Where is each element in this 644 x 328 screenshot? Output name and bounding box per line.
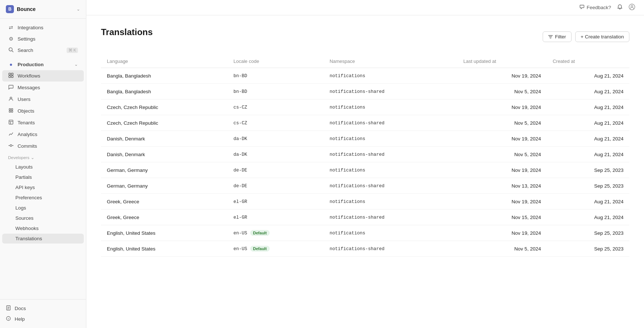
app-name: Bounce xyxy=(17,6,35,12)
svg-rect-9 xyxy=(9,111,11,112)
preferences-label: Preferences xyxy=(15,195,42,200)
table-row[interactable]: Danish, Denmarkda-DKnotifications-shared… xyxy=(101,147,629,162)
sidebar-item-docs[interactable]: Docs xyxy=(6,303,80,314)
search-icon xyxy=(8,47,14,53)
sidebar-item-help[interactable]: ? Help xyxy=(6,314,80,324)
feedback-button[interactable]: Feedback? xyxy=(579,4,611,11)
cell-created-at: Aug 21, 2024 xyxy=(547,84,629,99)
cell-language: German, Germany xyxy=(101,162,228,178)
cell-namespace: notifications-shared xyxy=(324,115,458,131)
cell-locale-code: en-USDefault xyxy=(228,241,324,257)
sidebar-item-commits[interactable]: Commits xyxy=(2,140,84,152)
user-button[interactable] xyxy=(629,4,635,11)
settings-icon: ⚙ xyxy=(8,36,14,42)
users-icon xyxy=(8,96,14,102)
cell-namespace: notifications xyxy=(324,162,458,178)
main-content: Feedback? Translations Filter + Create t… xyxy=(86,0,644,328)
cell-locale-code: en-USDefault xyxy=(228,225,324,241)
cell-last-updated: Nov 5, 2024 xyxy=(457,147,547,162)
notification-button[interactable] xyxy=(617,4,623,11)
cell-last-updated: Nov 19, 2024 xyxy=(457,99,547,115)
sidebar-item-sources[interactable]: Sources xyxy=(2,213,84,223)
col-namespace: Namespace xyxy=(324,55,458,68)
developers-chevron-icon: ⌄ xyxy=(31,155,34,160)
sidebar-item-label: Users xyxy=(18,97,30,102)
sidebar-item-integrations[interactable]: ⇄ Integrations xyxy=(2,22,84,33)
sidebar-item-users[interactable]: Users xyxy=(2,94,84,105)
sidebar-item-workflows[interactable]: Workflows xyxy=(2,70,84,82)
create-translation-label: + Create translation xyxy=(581,34,624,39)
svg-rect-10 xyxy=(11,111,13,112)
sources-label: Sources xyxy=(15,215,34,221)
col-language: Language xyxy=(101,55,228,68)
sidebar-item-label: Workflows xyxy=(18,73,40,79)
logs-label: Logs xyxy=(15,205,26,211)
sidebar-item-preferences[interactable]: Preferences xyxy=(2,193,84,203)
cell-namespace: notifications xyxy=(324,99,458,115)
table-row[interactable]: German, Germanyde-DEnotificationsNov 19,… xyxy=(101,162,629,178)
layouts-label: Layouts xyxy=(15,164,33,170)
sidebar-item-objects[interactable]: Objects xyxy=(2,105,84,117)
sidebar-env-production[interactable]: ● Production ⌄ xyxy=(2,59,84,70)
sidebar-item-logs[interactable]: Logs xyxy=(2,203,84,213)
cell-locale-code: el-GR xyxy=(228,194,324,210)
table-row[interactable]: Greek, Greeceel-GRnotifications-sharedNo… xyxy=(101,210,629,225)
sidebar-item-label: Integrations xyxy=(18,25,44,30)
cell-namespace: notifications-shared xyxy=(324,84,458,99)
env-chevron-icon: ⌄ xyxy=(74,62,78,67)
create-translation-button[interactable]: + Create translation xyxy=(575,31,629,42)
col-locale-code: Locale code xyxy=(228,55,324,68)
help-label: Help xyxy=(15,316,25,322)
sidebar-item-api-keys[interactable]: API keys xyxy=(2,182,84,192)
table-row[interactable]: German, Germanyde-DEnotifications-shared… xyxy=(101,178,629,194)
sidebar-item-search[interactable]: Search ⌘ K xyxy=(2,45,84,56)
cell-language: English, United States xyxy=(101,241,228,257)
sidebar-item-partials[interactable]: Partials xyxy=(2,172,84,182)
filter-button[interactable]: Filter xyxy=(543,31,572,42)
sidebar-footer: Docs ? Help xyxy=(0,299,86,328)
default-badge: Default xyxy=(250,246,270,252)
table-row[interactable]: English, United Statesen-USDefaultnotifi… xyxy=(101,241,629,257)
sidebar-item-label: Settings xyxy=(18,36,35,42)
table-row[interactable]: English, United Statesen-USDefaultnotifi… xyxy=(101,225,629,241)
env-label: Production xyxy=(18,62,44,67)
default-badge: Default xyxy=(250,230,270,236)
cell-locale-code: de-DE xyxy=(228,178,324,194)
integrations-icon: ⇄ xyxy=(8,24,14,30)
table-row[interactable]: Bangla, Bangladeshbn-BDnotificationsNov … xyxy=(101,68,629,84)
table-row[interactable]: Czech, Czech Republiccs-CZnotificationsN… xyxy=(101,99,629,115)
table-row[interactable]: Greek, Greeceel-GRnotificationsNov 19, 2… xyxy=(101,194,629,210)
cell-language: Danish, Denmark xyxy=(101,131,228,147)
sidebar-item-analytics[interactable]: Analytics xyxy=(2,129,84,140)
col-created-at: Created at xyxy=(547,55,629,68)
sidebar-item-webhooks[interactable]: Webhooks xyxy=(2,223,84,233)
cell-last-updated: Nov 5, 2024 xyxy=(457,241,547,257)
feedback-icon xyxy=(579,4,584,11)
table-row[interactable]: Bangla, Bangladeshbn-BDnotifications-sha… xyxy=(101,84,629,99)
sidebar-item-layouts[interactable]: Layouts xyxy=(2,162,84,172)
svg-point-6 xyxy=(10,97,12,99)
svg-point-24 xyxy=(631,5,633,7)
cell-namespace: notifications xyxy=(324,225,458,241)
cell-locale-code: cs-CZ xyxy=(228,99,324,115)
production-icon: ● xyxy=(8,61,14,67)
table-toolbar: Filter + Create translation xyxy=(543,31,629,42)
sidebar-item-translations[interactable]: Translations xyxy=(2,234,84,244)
developers-section-label: Developers ⌄ xyxy=(0,152,86,162)
cell-locale-code: cs-CZ xyxy=(228,115,324,131)
table-row[interactable]: Czech, Czech Republiccs-CZnotifications-… xyxy=(101,115,629,131)
docs-icon xyxy=(6,305,11,312)
cell-created-at: Aug 21, 2024 xyxy=(547,210,629,225)
sidebar-header[interactable]: B Bounce ⌄ xyxy=(0,0,86,19)
table-row[interactable]: Danish, Denmarkda-DKnotificationsNov 19,… xyxy=(101,131,629,147)
sidebar-item-label: Analytics xyxy=(18,132,37,137)
sidebar-item-settings[interactable]: ⚙ Settings xyxy=(2,33,84,44)
cell-created-at: Aug 21, 2024 xyxy=(547,115,629,131)
translations-table: Language Locale code Namespace Last upda… xyxy=(101,55,629,257)
cell-created-at: Aug 21, 2024 xyxy=(547,99,629,115)
svg-rect-8 xyxy=(11,109,13,110)
cell-created-at: Aug 21, 2024 xyxy=(547,131,629,147)
sidebar-item-messages[interactable]: Messages xyxy=(2,82,84,93)
translations-label: Translations xyxy=(15,236,42,241)
sidebar-item-tenants[interactable]: Tenants xyxy=(2,117,84,128)
